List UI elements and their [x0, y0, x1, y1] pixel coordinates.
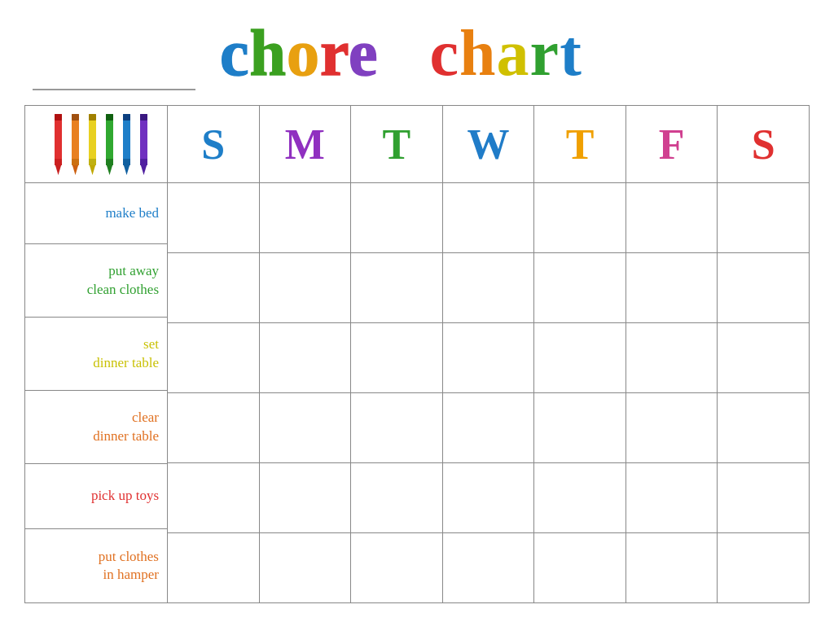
- cell-wed-3[interactable]: [443, 323, 534, 393]
- svg-marker-12: [106, 114, 113, 163]
- cell-wed-1[interactable]: [443, 183, 534, 253]
- cell-fri-5[interactable]: [626, 463, 718, 533]
- day-header-thu: T: [534, 106, 626, 183]
- name-line[interactable]: [33, 58, 195, 90]
- cell-sat-1[interactable]: [718, 183, 809, 253]
- grid-columns: S M T: [168, 106, 809, 602]
- chore-label-pick-up: pick up toys: [91, 487, 159, 505]
- chore-word: chore chart: [220, 16, 582, 90]
- cell-thu-6[interactable]: [534, 533, 626, 602]
- cell-mon-1[interactable]: [260, 183, 351, 253]
- day-header-mon: M: [260, 106, 351, 183]
- svg-rect-10: [89, 114, 96, 120]
- svg-rect-15: [106, 159, 113, 165]
- cell-sat-3[interactable]: [718, 323, 809, 393]
- header: chore chart: [24, 16, 810, 90]
- chore-label-set-dinner: setdinner table: [93, 335, 159, 371]
- svg-marker-16: [123, 114, 130, 163]
- chore-row-make-bed: make bed: [25, 183, 167, 244]
- day-col-sat: S: [718, 106, 809, 602]
- cell-tue-4[interactable]: [351, 393, 442, 463]
- label-column: make bed put awayclean clothes setdinner…: [25, 106, 168, 602]
- cell-tue-6[interactable]: [351, 533, 442, 602]
- cell-wed-5[interactable]: [443, 463, 534, 533]
- cell-mon-2[interactable]: [260, 253, 351, 323]
- cell-sun-6[interactable]: [168, 533, 259, 602]
- day-header-wed: W: [443, 106, 534, 183]
- chore-row-clear-dinner: cleardinner table: [25, 391, 167, 464]
- cell-sun-3[interactable]: [168, 323, 259, 393]
- crayons: [43, 110, 149, 179]
- crayons-svg: [43, 110, 149, 179]
- cell-wed-4[interactable]: [443, 393, 534, 463]
- svg-marker-0: [55, 114, 62, 163]
- chore-row-put-clothes: put clothesin hamper: [25, 529, 167, 602]
- crayon-header: [25, 106, 167, 183]
- day-header-sat: S: [718, 106, 809, 183]
- cell-fri-1[interactable]: [626, 183, 718, 253]
- cell-thu-5[interactable]: [534, 463, 626, 533]
- day-header-tue: T: [351, 106, 442, 183]
- cell-mon-4[interactable]: [260, 393, 351, 463]
- svg-marker-4: [72, 114, 79, 163]
- cell-fri-2[interactable]: [626, 253, 718, 323]
- svg-rect-23: [140, 159, 147, 165]
- page: chore chart: [0, 0, 834, 644]
- cell-wed-2[interactable]: [443, 253, 534, 323]
- cell-mon-3[interactable]: [260, 323, 351, 393]
- day-col-fri: F: [626, 106, 718, 602]
- day-col-sun: S: [168, 106, 260, 602]
- day-col-mon: M: [260, 106, 352, 602]
- day-col-thu: T: [534, 106, 626, 602]
- chore-row-pick-up: pick up toys: [25, 464, 167, 529]
- chore-row-set-dinner: setdinner table: [25, 318, 167, 391]
- cell-tue-3[interactable]: [351, 323, 442, 393]
- cell-thu-1[interactable]: [534, 183, 626, 253]
- day-header-fri: F: [626, 106, 718, 183]
- svg-rect-3: [55, 159, 62, 165]
- cell-fri-6[interactable]: [626, 533, 718, 602]
- cell-sat-5[interactable]: [718, 463, 809, 533]
- cell-sat-6[interactable]: [718, 533, 809, 602]
- chore-label-put-away: put awayclean clothes: [87, 262, 159, 298]
- cell-wed-6[interactable]: [443, 533, 534, 602]
- svg-rect-11: [89, 159, 96, 165]
- cell-tue-1[interactable]: [351, 183, 442, 253]
- cell-sat-2[interactable]: [718, 253, 809, 323]
- svg-rect-2: [55, 114, 62, 120]
- cell-sun-4[interactable]: [168, 393, 259, 463]
- chore-label-make-bed: make bed: [105, 204, 159, 222]
- cell-sun-5[interactable]: [168, 463, 259, 533]
- cell-sat-4[interactable]: [718, 393, 809, 463]
- cell-mon-6[interactable]: [260, 533, 351, 602]
- svg-rect-22: [140, 114, 147, 120]
- cell-thu-3[interactable]: [534, 323, 626, 393]
- chore-row-put-away: put awayclean clothes: [25, 244, 167, 318]
- day-col-wed: W: [443, 106, 535, 602]
- cell-thu-2[interactable]: [534, 253, 626, 323]
- cell-fri-3[interactable]: [626, 323, 718, 393]
- chart: make bed put awayclean clothes setdinner…: [24, 105, 810, 603]
- chore-label-put-clothes: put clothesin hamper: [99, 548, 159, 584]
- svg-rect-19: [123, 159, 130, 165]
- svg-marker-8: [89, 114, 96, 163]
- svg-rect-6: [72, 114, 79, 120]
- chore-label-clear-dinner: cleardinner table: [93, 409, 159, 445]
- cell-fri-4[interactable]: [626, 393, 718, 463]
- title: chore chart: [220, 16, 582, 90]
- svg-rect-7: [72, 159, 79, 165]
- cell-tue-5[interactable]: [351, 463, 442, 533]
- cell-tue-2[interactable]: [351, 253, 442, 323]
- svg-rect-18: [123, 114, 130, 120]
- svg-rect-14: [106, 114, 113, 120]
- day-header-sun: S: [168, 106, 259, 183]
- cell-mon-5[interactable]: [260, 463, 351, 533]
- cell-sun-2[interactable]: [168, 253, 259, 323]
- cell-sun-1[interactable]: [168, 183, 259, 253]
- cell-thu-4[interactable]: [534, 393, 626, 463]
- day-col-tue: T: [351, 106, 443, 602]
- svg-marker-20: [140, 114, 147, 163]
